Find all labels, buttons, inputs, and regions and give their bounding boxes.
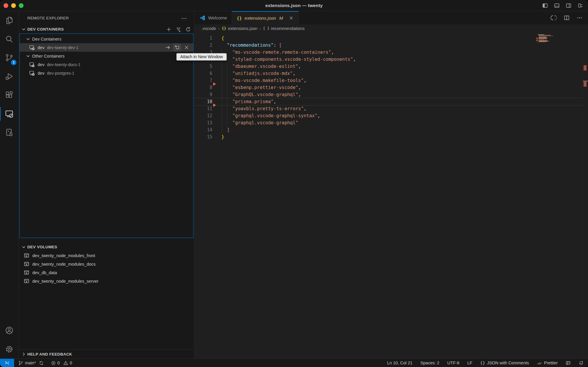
attach-in-new-window-icon[interactable]	[173, 44, 181, 51]
breadcrumb-folder[interactable]: .vscode	[201, 26, 216, 31]
line-number[interactable]: 10	[194, 98, 212, 105]
source-control-icon[interactable]: 1	[0, 48, 19, 67]
volume-icon	[24, 261, 30, 267]
dev-containers-section-header[interactable]: DEV CONTAINERS	[19, 25, 194, 33]
settings-gear-icon[interactable]	[0, 340, 19, 359]
toggle-secondary-sidebar-icon[interactable]	[566, 3, 572, 9]
code-line[interactable]: 8 "esbenp.prettier-vscode",	[194, 84, 582, 91]
formatter-status[interactable]: Prettier	[537, 361, 558, 366]
line-number[interactable]: 12	[194, 112, 212, 119]
code-line[interactable]: 6 "unifiedjs.vscode-mdx",	[194, 70, 582, 77]
tab-welcome[interactable]: Welcome	[194, 11, 232, 24]
line-number[interactable]: 1	[194, 35, 212, 42]
code-line[interactable]: 7 "ms-vscode.makefile-tools",	[194, 77, 582, 84]
stop-container-icon[interactable]	[183, 44, 190, 51]
volume-item[interactable]: dev_twenty_node_modules_front	[19, 251, 194, 260]
indentation-status[interactable]: Spaces: 2	[420, 361, 440, 365]
breadcrumb-file[interactable]: {}extensions.json	[222, 26, 258, 31]
tab-extensions-json[interactable]: {} extensions.json M	[232, 11, 298, 24]
new-dev-container-icon[interactable]	[166, 26, 172, 32]
dev-volumes-section-header[interactable]: DEV VOLUMES	[19, 243, 194, 251]
line-number[interactable]: 2	[194, 42, 212, 49]
code-line[interactable]: 4 "styled-components.vscode-styled-compo…	[194, 56, 582, 63]
breadcrumb-symbol[interactable]: [ ]recommendations	[263, 26, 305, 31]
code-line[interactable]: 9 "GraphQL.vscode-graphql",	[194, 91, 582, 98]
gutter-marker-icon	[213, 103, 216, 107]
toggle-panel-icon[interactable]	[554, 3, 560, 9]
container-tools-icon[interactable]	[0, 123, 19, 142]
line-number[interactable]: 13	[194, 119, 212, 126]
open-changes-icon[interactable]	[551, 15, 557, 21]
code-line[interactable]: 3 "ms-vscode-remote.remote-containers",	[194, 49, 582, 56]
code-line[interactable]: 10 "prisma.prisma",	[194, 98, 582, 105]
volume-icon	[24, 252, 30, 259]
code-line[interactable]: 5 "dbaeumer.vscode-eslint",	[194, 63, 582, 70]
dev-volumes-list: dev_twenty_node_modules_frontdev_twenty_…	[19, 251, 194, 285]
line-number[interactable]: 5	[194, 63, 212, 70]
ruler-mark-red	[584, 65, 587, 71]
volume-item[interactable]: dev_db_data	[19, 268, 194, 277]
chevron-right-icon	[21, 352, 26, 357]
volume-item[interactable]: dev_twenty_node_modules_server	[19, 277, 194, 285]
line-number[interactable]: 14	[194, 126, 212, 133]
branch-status[interactable]: main*	[18, 361, 44, 366]
split-editor-icon[interactable]	[564, 15, 570, 21]
editor-more-actions-icon[interactable]	[577, 15, 583, 21]
accounts-icon[interactable]	[0, 321, 19, 340]
line-number[interactable]: 9	[194, 91, 212, 98]
remote-explorer-icon[interactable]	[0, 105, 19, 123]
language-mode[interactable]: {}JSON with Comments	[480, 361, 529, 365]
volume-item[interactable]: dev_twenty_node_modules_docs	[19, 260, 194, 268]
line-number[interactable]: 11	[194, 105, 212, 112]
code-editor[interactable]: 1{2 "recommendations": [3 "ms-vscode-rem…	[194, 32, 588, 358]
problems-status[interactable]: 0 0	[51, 361, 72, 366]
toggle-primary-sidebar-icon[interactable]	[542, 3, 548, 9]
explorer-icon[interactable]	[0, 11, 19, 30]
tree-group-dev-containers[interactable]: Dev Containers	[20, 35, 193, 43]
code-line[interactable]: 13 "graphql.vscode-graphql"	[194, 119, 582, 126]
encoding-status[interactable]: UTF-8	[447, 361, 459, 365]
code-line[interactable]: 2 "recommendations": [	[194, 42, 582, 49]
tree-item-dev-twenty-docs-1[interactable]: dev dev-twenty-docs-1	[20, 60, 193, 69]
dev-container-icon	[29, 44, 35, 51]
remote-indicator[interactable]	[0, 359, 14, 367]
run-debug-icon[interactable]	[0, 67, 19, 86]
source-control-badge: 1	[11, 60, 16, 65]
ruler-mark-red	[584, 82, 587, 87]
feedback-icon[interactable]	[566, 361, 571, 366]
cursor-position[interactable]: Ln 10, Col 21	[387, 361, 412, 365]
help-and-feedback-section-header[interactable]: HELP AND FEEDBACK	[19, 349, 194, 358]
tooltip-attach-in-new-window: Attach in New Window	[176, 53, 227, 61]
refresh-icon[interactable]	[185, 26, 191, 32]
code-line[interactable]: 15}	[194, 133, 582, 140]
customize-layout-icon[interactable]	[577, 3, 583, 9]
remote-icon	[4, 360, 10, 366]
filter-containers-icon[interactable]	[176, 26, 181, 32]
check-double-icon	[537, 361, 542, 366]
attach-container-icon[interactable]	[164, 44, 171, 51]
eol-status[interactable]: LF	[467, 361, 472, 365]
tree-item-dev-postgres-1[interactable]: dev dev-postgres-1	[20, 69, 193, 77]
code-line[interactable]: 12 "graphql.vscode-graphql-syntax",	[194, 112, 582, 119]
ruler-mark-current-line	[583, 81, 588, 81]
notifications-bell-icon[interactable]	[579, 361, 584, 366]
views-more-actions-icon[interactable]: ⋯	[181, 17, 187, 20]
overview-ruler[interactable]	[582, 32, 588, 358]
extensions-icon[interactable]	[0, 86, 19, 105]
close-tab-icon[interactable]	[289, 16, 294, 21]
line-number[interactable]: 6	[194, 70, 212, 77]
json-braces-icon: {}	[222, 26, 226, 31]
tree-group-other-containers[interactable]: Other Containers	[20, 52, 193, 60]
code-line[interactable]: 14 ]	[194, 126, 582, 133]
titlebar: extensions.json — twenty	[0, 0, 588, 11]
sync-icon[interactable]	[39, 361, 44, 366]
code-line[interactable]: 1{	[194, 35, 582, 42]
search-icon[interactable]	[0, 30, 19, 49]
line-number[interactable]: 8	[194, 84, 212, 91]
line-number[interactable]: 7	[194, 77, 212, 84]
line-number[interactable]: 15	[194, 133, 212, 140]
tree-item-dev-twenty-dev-1[interactable]: dev dev-twenty-dev-1	[20, 43, 193, 52]
symbol-array-icon: [ ]	[263, 26, 269, 31]
indent-guide	[227, 56, 227, 126]
code-line[interactable]: 11 "yoavbls.pretty-ts-errors",	[194, 105, 582, 112]
